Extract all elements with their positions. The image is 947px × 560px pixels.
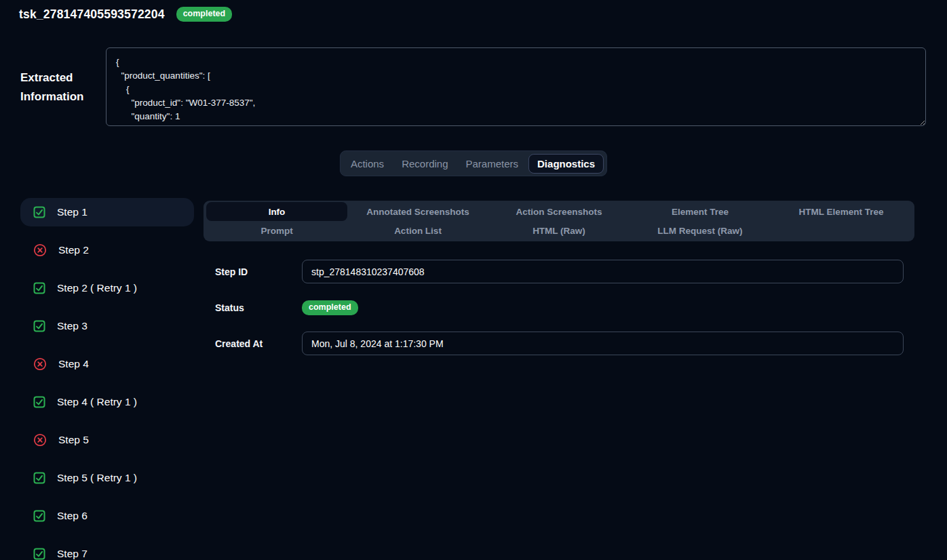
step-list-item[interactable]: Step 4 ( Retry 1 ) — [20, 388, 194, 416]
diagnostics-page: tsk_278147405593572204 completed Extract… — [0, 0, 947, 560]
step-list-item[interactable]: Step 5 ( Retry 1 ) — [20, 464, 194, 492]
step-list-item[interactable]: Step 3 — [20, 312, 194, 340]
subtab-element-tree[interactable]: Element Tree — [630, 202, 771, 221]
task-header: tsk_278147405593572204 completed — [19, 7, 232, 22]
step-label: Step 3 — [57, 320, 88, 332]
check-square-icon — [33, 320, 45, 332]
diagnostics-subtab-bar: Info Annotated Screenshots Action Screen… — [204, 201, 914, 241]
step-id-row: Step ID — [204, 260, 914, 283]
step-list-item[interactable]: Step 4 — [20, 350, 194, 378]
subtab-info[interactable]: Info — [206, 202, 347, 221]
x-circle-icon — [33, 243, 47, 257]
step-label: Step 2 — [58, 244, 89, 256]
subtab-action-list[interactable]: Action List — [347, 221, 488, 240]
step-label: Step 6 — [57, 510, 88, 522]
created-at-row: Created At — [204, 332, 914, 355]
extracted-information-textarea[interactable]: { "product_quantities": [ { "product_id"… — [106, 47, 926, 126]
subtab-annotated-screenshots[interactable]: Annotated Screenshots — [347, 202, 488, 221]
step-list-item[interactable]: Step 2 ( Retry 1 ) — [20, 274, 194, 302]
subtab-llm-request-raw[interactable]: LLM Request (Raw) — [630, 221, 771, 240]
step-label: Step 7 — [57, 548, 88, 560]
step-status-badge: completed — [302, 300, 358, 315]
step-label: Step 1 — [57, 206, 88, 218]
created-at-label: Created At — [204, 338, 302, 349]
check-square-icon — [33, 472, 45, 484]
step-label: Step 5 — [58, 434, 89, 446]
extracted-information-label: Extracted Information — [20, 68, 110, 106]
task-status-badge: completed — [176, 7, 233, 22]
step-info-fields: Step ID Status completed Created At — [204, 260, 914, 355]
check-square-icon — [33, 282, 45, 294]
step-list-item[interactable]: Step 1 — [20, 198, 194, 226]
step-label: Step 5 ( Retry 1 ) — [57, 472, 137, 484]
check-square-icon — [33, 510, 45, 522]
check-square-icon — [33, 548, 45, 560]
step-label: Step 2 ( Retry 1 ) — [57, 282, 137, 294]
subtab-html-raw[interactable]: HTML (Raw) — [488, 221, 630, 240]
step-list-item[interactable]: Step 2 — [20, 236, 194, 264]
status-label: Status — [204, 302, 302, 313]
step-list-item[interactable]: Step 6 — [20, 502, 194, 530]
main-tab-bar: Actions Recording Parameters Diagnostics — [340, 151, 607, 176]
tab-actions[interactable]: Actions — [343, 154, 391, 174]
step-label: Step 4 ( Retry 1 ) — [57, 396, 137, 408]
subtab-action-screenshots[interactable]: Action Screenshots — [488, 202, 630, 221]
step-list: Step 1 Step 2 Step 2 ( Retry 1 ) Step 3 … — [20, 198, 194, 560]
step-id-label: Step ID — [204, 266, 302, 277]
step-list-item[interactable]: Step 5 — [20, 426, 194, 454]
subtab-html-element-tree[interactable]: HTML Element Tree — [771, 202, 912, 221]
step-list-item[interactable]: Step 7 — [20, 540, 194, 560]
x-circle-icon — [33, 433, 47, 447]
step-id-input[interactable] — [302, 260, 904, 283]
task-id: tsk_278147405593572204 — [19, 7, 165, 22]
tab-diagnostics[interactable]: Diagnostics — [528, 154, 604, 174]
status-row: Status completed — [204, 296, 914, 319]
step-label: Step 4 — [58, 358, 89, 370]
diagnostics-panel: Info Annotated Screenshots Action Screen… — [204, 201, 914, 367]
tab-parameters[interactable]: Parameters — [459, 154, 526, 174]
created-at-input[interactable] — [302, 332, 904, 355]
x-circle-icon — [33, 357, 47, 371]
check-square-icon — [33, 396, 45, 408]
subtab-prompt[interactable]: Prompt — [206, 221, 347, 240]
tab-recording[interactable]: Recording — [394, 154, 455, 174]
check-square-icon — [33, 206, 45, 218]
